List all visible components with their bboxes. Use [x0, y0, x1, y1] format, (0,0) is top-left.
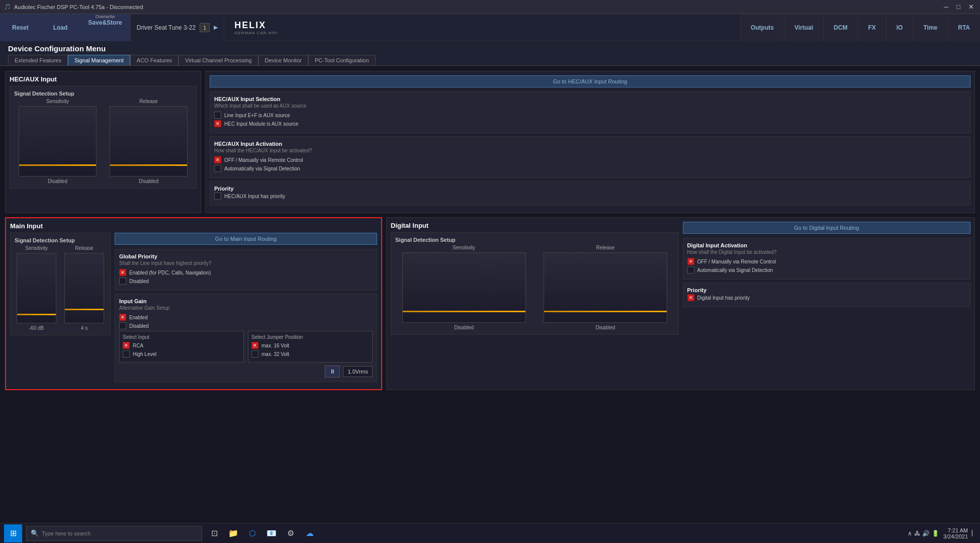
main-release-marker — [65, 309, 103, 310]
vrms-display: 1.0Vrms — [343, 366, 373, 377]
taskbar-edge[interactable]: ⬡ — [244, 524, 260, 542]
nav-time[interactable]: Time — [913, 14, 947, 41]
input-rca-checkbox[interactable]: ✕ — [123, 342, 130, 349]
start-button[interactable]: ⊞ — [4, 524, 22, 542]
hec-module-checkbox[interactable]: ✕ — [214, 120, 221, 127]
reset-button[interactable]: Reset — [0, 14, 41, 41]
tab-signal-management[interactable]: Signal Management — [68, 55, 130, 65]
digital-sensitivity-value: Disabled — [454, 325, 474, 330]
taskbar-file-explorer[interactable]: 📁 — [225, 524, 241, 542]
digital-priority-checkbox[interactable]: ✕ — [687, 294, 694, 301]
select-input-box: Select Input ✕ RCA High Level — [119, 331, 244, 363]
tab-virtual-channel[interactable]: Virtual Channel Processing — [179, 55, 258, 65]
show-desktop[interactable]: ▏ — [972, 530, 976, 536]
digital-priority: Priority ✕ Digital Input has priority — [683, 283, 971, 307]
digital-activation-auto-checkbox[interactable] — [687, 266, 694, 274]
maximize-button[interactable]: □ — [954, 3, 962, 11]
taskbar-icons: ⊡ 📁 ⬡ 📧 ⚙ ☁ — [206, 524, 318, 542]
digital-priority-title: Priority — [687, 287, 966, 293]
hec-activation-auto-checkbox[interactable] — [214, 165, 221, 172]
main-sensitivity-marker — [17, 314, 55, 315]
save-store-button[interactable]: Overwrite Save&Store — [80, 14, 130, 41]
main-sensitivity-row: Sensitivity -60 dB Release — [15, 245, 106, 331]
gain-bottom: ⏸ 1.0Vrms — [119, 366, 373, 378]
hec-aux-row: HEC/AUX Input Signal Detection Setup Sen… — [5, 71, 975, 213]
hec-sensitivity-row: Sensitivity Disabled Release — [14, 99, 192, 184]
main-input-panel: Main Input Signal Detection Setup Sensit… — [5, 217, 382, 390]
input-gain-selectors: Select Input ✕ RCA High Level — [119, 331, 373, 363]
tune-number: 1 — [200, 23, 210, 32]
hec-module-label: HEC Input Module is AUX source — [224, 121, 298, 127]
clock-time: 7:21 AM — [943, 527, 968, 533]
search-icon: 🔍 — [31, 529, 39, 537]
nav-virtual[interactable]: Virtual — [784, 14, 823, 41]
taskbar-settings[interactable]: ⚙ — [283, 524, 299, 542]
taskbar-outlook[interactable]: 📧 — [263, 524, 280, 542]
hec-input-selection: HEC/AUX Input Selection Which Input shal… — [210, 92, 970, 133]
toolbar: Reset Load Overwrite Save&Store Driver S… — [0, 14, 980, 41]
main-sensitivity-track — [17, 253, 55, 323]
taskbar-app1[interactable]: ☁ — [302, 524, 318, 542]
tray-network[interactable]: 🖧 — [914, 530, 920, 537]
digital-priority-option: ✕ Digital Input has priority — [687, 294, 966, 301]
digital-release-marker — [544, 311, 667, 312]
load-button[interactable]: Load — [41, 14, 80, 41]
hec-priority-checkbox[interactable] — [214, 193, 221, 200]
jumper-16v-checkbox[interactable]: ✕ — [251, 342, 258, 349]
input-gain-enabled-checkbox[interactable]: ✕ — [119, 314, 126, 321]
hec-option-line-input: Line Input E+F is AUX source — [214, 112, 966, 119]
input-high-level-label: High Level — [133, 351, 156, 357]
tab-aco-features[interactable]: ACO Features — [130, 55, 179, 65]
main-global-priority: Global Priority Shall the Line Input hav… — [115, 249, 377, 291]
select-input-label: Select Input — [123, 334, 240, 340]
input-gain-enabled: ✕ Enabled — [119, 314, 373, 321]
hec-activation-off-checkbox[interactable]: ✕ — [214, 156, 221, 163]
tray-chevron[interactable]: ∧ — [908, 530, 912, 537]
hec-routing-button[interactable]: Go to HEC/AUX Input Routing — [210, 75, 970, 87]
nav-rta[interactable]: RTA — [947, 14, 980, 41]
main-priority-enabled-checkbox[interactable]: ✕ — [119, 269, 126, 276]
nav-dcm[interactable]: DCM — [823, 14, 857, 41]
hec-input-activation: HEC/AUX Input Activation How shall the H… — [210, 136, 970, 178]
pause-button[interactable]: ⏸ — [325, 366, 340, 378]
tab-extended-features[interactable]: Extended Features — [8, 55, 68, 65]
input-high-level-checkbox[interactable] — [123, 350, 130, 357]
tray-battery[interactable]: 🔋 — [932, 530, 939, 537]
hec-signal-detection-title: Signal Detection Setup — [14, 90, 192, 97]
digital-release-slider[interactable] — [544, 252, 667, 323]
tab-device-monitor[interactable]: Device Monitor — [258, 55, 308, 65]
main-release-slider[interactable] — [64, 253, 104, 323]
nav-io[interactable]: IO — [886, 14, 913, 41]
main-input-title: Main Input — [10, 222, 377, 230]
main-sensitivity-slider[interactable] — [17, 253, 56, 323]
digital-signal-detection: Signal Detection Setup Sensitivity Disab… — [391, 232, 679, 335]
jumper-position-box: Select Jumper Position ✕ max. 16 Volt ma… — [248, 331, 373, 363]
hec-sensitivity-slider[interactable] — [19, 106, 97, 176]
minimize-button[interactable]: ─ — [942, 3, 950, 11]
nav-fx[interactable]: FX — [857, 14, 885, 41]
main-routing-button[interactable]: Go to Main Input Routing — [115, 233, 377, 245]
hec-activation-subtitle: How shall the HEC/AUX Input be activated… — [214, 148, 966, 153]
tab-pctool-config[interactable]: PC-Tool Configuration — [308, 55, 376, 65]
main-priority-disabled-checkbox[interactable] — [119, 278, 126, 285]
digital-activation-off-checkbox[interactable]: ✕ — [687, 258, 694, 265]
input-gain-disabled-checkbox[interactable] — [119, 322, 126, 329]
search-bar[interactable]: 🔍 Type here to search — [26, 526, 202, 541]
main-input-right: Go to Main Input Routing Global Priority… — [115, 233, 377, 385]
clock-date: 3/24/2021 — [943, 533, 968, 539]
tray-volume[interactable]: 🔊 — [922, 530, 930, 537]
digital-routing-button[interactable]: Go to Digital Input Routing — [683, 222, 971, 234]
hec-priority-label: HEC/AUX Input has priority — [224, 194, 285, 199]
digital-sensitivity-track — [403, 253, 525, 322]
tab-bar: Extended Features Signal Management ACO … — [8, 55, 972, 65]
taskbar-task-view[interactable]: ⊡ — [206, 524, 222, 542]
hec-release-slider[interactable] — [110, 106, 188, 176]
window-controls[interactable]: ─ □ ✕ — [942, 3, 976, 11]
device-config-header: Device Configuration Menu Extended Featu… — [0, 41, 980, 66]
jumper-32v-checkbox[interactable] — [251, 350, 258, 357]
close-button[interactable]: ✕ — [966, 3, 976, 11]
nav-outputs[interactable]: Outputs — [740, 14, 784, 41]
digital-sensitivity-slider[interactable] — [402, 252, 526, 323]
hec-line-input-checkbox[interactable] — [214, 112, 221, 119]
tune-icon[interactable]: ▶ — [214, 24, 218, 31]
